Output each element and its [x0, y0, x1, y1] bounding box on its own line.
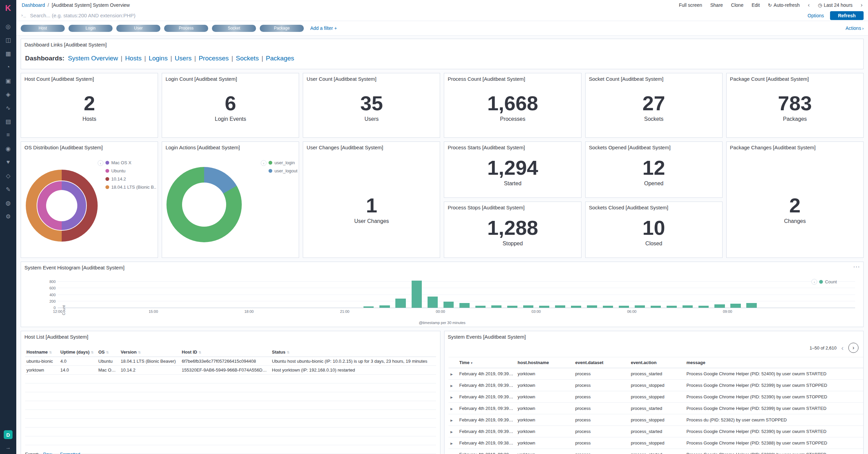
- sidebar-item-management-icon[interactable]: ⚙: [0, 210, 16, 223]
- histogram-bar[interactable]: [395, 299, 406, 308]
- export-raw-link[interactable]: Raw▲: [43, 452, 56, 454]
- column-header[interactable]: Uptime (days)⇅: [59, 347, 97, 357]
- next-page-button[interactable]: ›: [848, 343, 859, 353]
- time-forward-icon[interactable]: ›: [861, 2, 863, 8]
- expand-row-icon[interactable]: ▶: [451, 407, 453, 411]
- event-row[interactable]: ▶February 4th 2019, 09:39:01.196yorktown…: [449, 426, 864, 437]
- sidebar-item-discover-icon[interactable]: ◎: [0, 20, 16, 33]
- filter-pill-socket[interactable]: Socket: [212, 25, 256, 32]
- dock-badge[interactable]: D: [4, 430, 13, 439]
- event-row[interactable]: ▶February 4th 2019, 09:38:31.195yorktown…: [449, 449, 864, 454]
- sidebar-item-apm-icon[interactable]: ◉: [0, 142, 16, 155]
- column-header[interactable]: Time▾: [457, 357, 516, 368]
- sidebar-item-dashboard-icon[interactable]: ▦: [0, 47, 16, 60]
- dashboard-link-users[interactable]: Users: [175, 55, 192, 62]
- expand-row-icon[interactable]: ▶: [451, 419, 453, 422]
- histogram-bar[interactable]: [683, 305, 693, 308]
- kibana-logo[interactable]: K: [0, 0, 16, 16]
- sidebar-item-uptime-icon[interactable]: ♥: [0, 155, 16, 169]
- histogram-bar[interactable]: [443, 302, 454, 308]
- table-row[interactable]: ubuntu-bionic4.0Ubuntu18.04.1 LTS (Bioni…: [25, 357, 436, 366]
- legend-item[interactable]: 18.04.1 LTS (Bionic B...: [105, 185, 156, 190]
- table-row[interactable]: yorktown14.0Mac OS X10.14.2155320EF-9AB6…: [25, 366, 436, 375]
- histogram-bar[interactable]: [746, 303, 756, 308]
- legend-item[interactable]: user_login: [269, 160, 297, 165]
- histogram-bar[interactable]: [730, 304, 741, 308]
- histogram-bar[interactable]: [635, 305, 645, 308]
- search-input[interactable]: [29, 12, 804, 19]
- auto-refresh-button[interactable]: ↻Auto-refresh: [768, 2, 800, 8]
- column-header[interactable]: event.dataset: [573, 357, 629, 368]
- os-distribution-donut[interactable]: [26, 170, 98, 242]
- column-header[interactable]: Host ID⇅: [180, 347, 271, 357]
- column-header[interactable]: Hostname⇅: [25, 347, 59, 357]
- add-filter-button[interactable]: Add a filter +: [310, 25, 337, 31]
- export-formatted-link[interactable]: Formatted▲: [60, 452, 84, 454]
- event-row[interactable]: ▶February 4th 2019, 09:39:31.199yorktown…: [449, 403, 864, 414]
- dashboard-link-hosts[interactable]: Hosts: [125, 55, 142, 62]
- time-range-picker[interactable]: ◷Last 24 hours: [818, 2, 852, 8]
- share-button[interactable]: Share: [710, 2, 723, 8]
- legend-item[interactable]: Ubuntu: [105, 168, 156, 173]
- refresh-button[interactable]: Refresh: [830, 11, 864, 20]
- histogram-bar[interactable]: [428, 297, 438, 308]
- edit-button[interactable]: Edit: [752, 2, 760, 8]
- column-header[interactable]: OS⇅: [97, 347, 119, 357]
- sidebar-item-maps-icon[interactable]: ◈: [0, 88, 16, 101]
- legend-item[interactable]: user_logout: [269, 168, 297, 173]
- column-header[interactable]: message: [685, 357, 864, 368]
- event-row[interactable]: ▶February 4th 2019, 09:39:51.199yorktown…: [449, 380, 864, 391]
- column-header[interactable]: host.hostname: [516, 357, 573, 368]
- sidebar-item-monitoring-icon[interactable]: ◍: [0, 196, 16, 210]
- filter-pill-user[interactable]: User: [116, 25, 160, 32]
- histogram-bar[interactable]: [523, 305, 533, 308]
- breadcrumb-dashboard-link[interactable]: Dashboard: [22, 2, 45, 8]
- filter-pill-process[interactable]: Process: [164, 25, 208, 32]
- dashboard-link-system-overview[interactable]: System Overview: [68, 55, 118, 62]
- histogram-bar[interactable]: [491, 305, 501, 308]
- login-actions-donut[interactable]: [166, 167, 242, 242]
- histogram-bar[interactable]: [587, 305, 597, 308]
- panel-options-icon[interactable]: ⋯: [853, 263, 860, 271]
- sidebar-item-graph-icon[interactable]: ◇: [0, 169, 16, 183]
- collapse-nav-icon[interactable]: →: [5, 444, 11, 451]
- column-header[interactable]: Version⇅: [119, 347, 180, 357]
- legend-toggle-icon[interactable]: ‹: [811, 279, 817, 285]
- filter-pill-host[interactable]: Host: [21, 25, 65, 32]
- sidebar-item-visualize-icon[interactable]: ◫: [0, 33, 16, 47]
- filter-actions-button[interactable]: Actions›: [846, 25, 864, 31]
- expand-row-icon[interactable]: ▶: [451, 430, 453, 434]
- options-link[interactable]: Options: [808, 13, 824, 18]
- event-row[interactable]: ▶February 4th 2019, 09:39:11.198yorktown…: [449, 414, 864, 426]
- time-back-icon[interactable]: ‹: [808, 2, 810, 8]
- histogram-bar[interactable]: [555, 305, 565, 308]
- expand-row-icon[interactable]: ▶: [451, 373, 453, 376]
- column-header[interactable]: event.action: [629, 357, 685, 368]
- sidebar-item-infrastructure-icon[interactable]: ▤: [0, 115, 16, 128]
- sidebar-item-timelion-icon[interactable]: ◔: [0, 60, 16, 74]
- event-row[interactable]: ▶February 4th 2019, 09:38:51.197yorktown…: [449, 437, 864, 449]
- expand-row-icon[interactable]: ▶: [451, 396, 453, 399]
- event-row[interactable]: ▶February 4th 2019, 09:39:51.199yorktown…: [449, 368, 864, 380]
- histogram-bar[interactable]: [379, 305, 390, 308]
- legend-item[interactable]: 10.14.2: [105, 176, 156, 182]
- legend-item[interactable]: Mac OS X: [105, 160, 156, 165]
- filter-pill-login[interactable]: Login: [68, 25, 113, 32]
- clone-button[interactable]: Clone: [731, 2, 744, 8]
- histogram-bar[interactable]: [412, 281, 422, 308]
- column-header[interactable]: Status⇅: [271, 347, 436, 357]
- sidebar-item-logs-icon[interactable]: ≡: [0, 128, 16, 142]
- legend-toggle-icon[interactable]: ‹: [261, 160, 267, 166]
- legend-toggle-icon[interactable]: ‹: [98, 160, 103, 166]
- full-screen-button[interactable]: Full screen: [679, 2, 702, 8]
- sidebar-item-canvas-icon[interactable]: ▣: [0, 74, 16, 88]
- dashboard-link-processes[interactable]: Processes: [199, 55, 229, 62]
- histogram-bar[interactable]: [714, 304, 725, 308]
- event-row[interactable]: ▶February 4th 2019, 09:39:31.199yorktown…: [449, 391, 864, 403]
- dashboard-link-packages[interactable]: Packages: [266, 55, 294, 62]
- histogram-bar[interactable]: [459, 303, 470, 308]
- filter-pill-package[interactable]: Package: [260, 25, 304, 32]
- sidebar-item-machine-learning-icon[interactable]: ∿: [0, 101, 16, 115]
- dashboard-link-sockets[interactable]: Sockets: [236, 55, 259, 62]
- sidebar-item-dev-tools-icon[interactable]: ✎: [0, 183, 16, 196]
